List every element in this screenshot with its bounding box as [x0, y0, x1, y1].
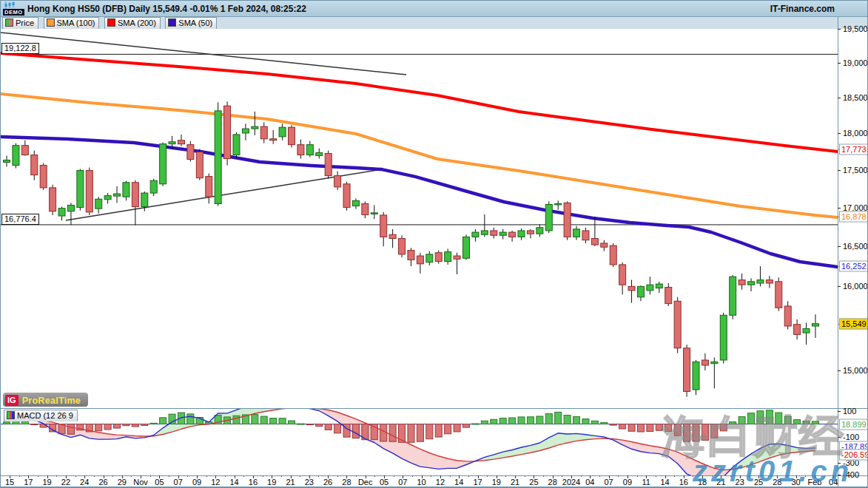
level-label: 19,122.8: [1, 43, 39, 54]
date-minor-tick: [131, 475, 132, 477]
date-minor-tick: [487, 475, 488, 477]
date-label: Nov: [133, 478, 148, 487]
mini-candlestick-icon: [4, 1, 16, 9]
axis-tick: [838, 63, 841, 64]
sma50-chip-icon: [168, 18, 176, 27]
date-label: 19: [42, 478, 51, 487]
axis-tick-label: 15,000: [843, 366, 868, 375]
prorealtime-logo[interactable]: IGProRealTime: [3, 393, 88, 407]
date-minor-tick: [56, 475, 57, 477]
legend-label: SMA (100): [57, 18, 95, 27]
date-label: 05: [155, 478, 164, 487]
date-label: 05: [380, 478, 388, 487]
date-label: 04: [585, 478, 594, 487]
ig-logo: IG: [5, 395, 18, 406]
date-minor-tick: [150, 475, 151, 477]
instrument-title: Hong Kong HS50 (DFB) Daily 15,549.4 -0.0…: [27, 4, 306, 14]
demo-badge: DEMO: [3, 9, 24, 16]
date-label: 21: [286, 478, 295, 487]
price-flag-label: 17,773..: [839, 144, 868, 155]
date-label: 11: [642, 478, 650, 487]
date-minor-tick: [38, 475, 38, 477]
date-minor-tick: [356, 475, 357, 477]
legend-label: SMA (50): [178, 18, 212, 27]
watermark-url: zzrt01.cn: [693, 455, 852, 488]
axis-tick-label: 16,000: [843, 282, 868, 291]
axis-tick: [838, 170, 841, 171]
date-label: 09: [192, 478, 201, 487]
date-label: 12: [211, 478, 220, 487]
date-label: 29: [118, 478, 127, 487]
date-label: 25: [529, 478, 538, 487]
date-label: Dec: [358, 478, 373, 487]
date-minor-tick: [94, 475, 95, 477]
sma200-chip-icon: [107, 18, 115, 27]
date-minor-tick: [618, 475, 619, 477]
axis-tick-label: 19,500: [843, 24, 868, 33]
price-chart-canvas[interactable]: [1, 29, 838, 408]
date-label: 07: [604, 478, 613, 487]
date-minor-tick: [431, 475, 431, 477]
price-chip-icon: [5, 18, 13, 27]
date-label: 26: [323, 478, 332, 487]
axis-tick-label: 16,500: [843, 242, 868, 251]
axis-tick: [838, 286, 841, 287]
price-flag-label: 16,878..: [839, 211, 868, 223]
price-flag-label: 15,549..: [839, 318, 868, 329]
macd-label: MACD (12 26 9: [17, 411, 73, 420]
axis-tick-label: -100: [843, 433, 859, 441]
date-minor-tick: [300, 475, 300, 477]
date-label: 10: [417, 478, 425, 487]
date-label: 15: [5, 478, 14, 487]
date-minor-tick: [243, 475, 244, 477]
sma100-chip-icon: [47, 18, 55, 27]
date-label: 23: [305, 478, 314, 487]
date-minor-tick: [169, 475, 169, 477]
date-minor-tick: [505, 475, 506, 477]
date-minor-tick: [337, 475, 338, 477]
date-minor-tick: [394, 475, 394, 477]
legend-tab-sma200[interactable]: SMA (200): [104, 17, 161, 29]
legend-tab-sma50[interactable]: SMA (50): [165, 17, 217, 29]
date-label: 14: [229, 478, 238, 487]
legend-tab-price[interactable]: Price: [2, 17, 38, 29]
date-label: 21: [511, 478, 519, 487]
date-minor-tick: [599, 475, 600, 477]
date-minor-tick: [674, 475, 675, 477]
date-minor-tick: [468, 475, 469, 477]
macd-legend-tab[interactable]: MACD (12 26 9: [2, 410, 78, 423]
prorealtime-label: ProRealTime: [22, 396, 81, 406]
date-minor-tick: [206, 475, 207, 477]
axis-tick-label: 17,500: [843, 166, 868, 174]
axis-tick: [838, 370, 841, 371]
legend-label: Price: [16, 18, 34, 27]
date-label: 07: [398, 478, 407, 487]
axis-tick-label: 18,500: [843, 93, 868, 102]
date-minor-tick: [543, 475, 544, 477]
date-minor-tick: [637, 475, 638, 477]
header-bar: DEMO Hong Kong HS50 (DFB) Daily 15,549.4…: [1, 1, 868, 17]
date-label: 07: [174, 478, 183, 487]
axis-tick: [838, 29, 841, 30]
date-label: 17: [473, 478, 482, 487]
date-label: 2024: [562, 478, 580, 487]
date-label: 28: [342, 478, 351, 487]
date-minor-tick: [318, 475, 319, 477]
date-minor-tick: [225, 475, 226, 477]
date-minor-tick: [19, 475, 20, 477]
legend-label: SMA (200): [118, 18, 156, 27]
price-flag-label: 16,252..: [839, 260, 868, 271]
date-label: 09: [623, 478, 632, 487]
date-minor-tick: [187, 475, 188, 477]
level-label: 16,776.4: [1, 214, 39, 225]
date-label: 17: [24, 478, 33, 487]
date-minor-tick: [281, 475, 282, 477]
axis-tick: [838, 208, 841, 209]
legend-tab-sma100[interactable]: SMA (100): [44, 17, 100, 29]
provider-link[interactable]: IT-Finance.com: [770, 4, 835, 14]
date-minor-tick: [525, 475, 525, 477]
trading-chart-window: DEMO Hong Kong HS50 (DFB) Daily 15,549.4…: [0, 0, 868, 488]
date-minor-tick: [450, 475, 451, 477]
date-label: 16: [249, 478, 258, 487]
date-label: 26: [98, 478, 107, 487]
